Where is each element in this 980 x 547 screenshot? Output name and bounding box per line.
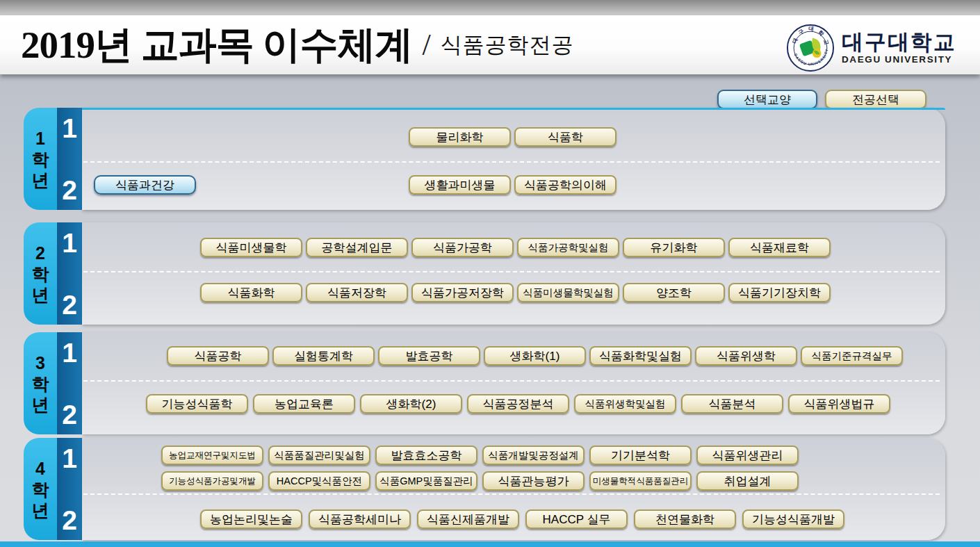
course-button[interactable]: 식품과건강 bbox=[94, 175, 196, 195]
course-button[interactable]: 식품화학 bbox=[200, 283, 302, 302]
course-button[interactable]: 식품가공학 bbox=[411, 238, 514, 257]
course-button[interactable]: 취업설계 bbox=[696, 471, 799, 491]
course-button[interactable]: 기능성식품가공및개발 bbox=[161, 471, 263, 491]
course-button[interactable]: 식품위생관리 bbox=[696, 446, 799, 465]
course-button[interactable]: 생화학(1) bbox=[484, 346, 586, 366]
course-button[interactable]: 식품가공저장학 bbox=[411, 283, 514, 302]
course-row-year1-s2: 식품과건강생활과미생물식품공학의이해 bbox=[82, 175, 945, 195]
legend-elective-liberal[interactable]: 선택교양 bbox=[717, 90, 817, 109]
semester-column-year4: 12 bbox=[57, 438, 82, 540]
logo-name-korean: 대구대학교 bbox=[842, 31, 956, 54]
course-row-year4-s2: 농업논리및논술식품공학세미나식품신제품개발HACCP 실무천연물화학기능성식품개… bbox=[82, 509, 945, 529]
year-body-year2: 식품미생물학공학설계입문식품가공학식품가공학및실험유기화학식품재료학식품화학식품… bbox=[82, 222, 945, 325]
course-button[interactable]: 생활과미생물 bbox=[409, 175, 511, 195]
semester-2-label: 2 bbox=[57, 175, 82, 206]
year-tab-char: 학 bbox=[32, 373, 49, 394]
year-tab-char: 년 bbox=[32, 500, 49, 521]
course-button[interactable]: 식품기준규격실무 bbox=[801, 346, 903, 366]
year-tab-char: 4 bbox=[35, 458, 45, 479]
year-panel-year3: 3학년12식품공학실험통계학발효공학생화학(1)식품화학및실험식품위생학식품기준… bbox=[24, 332, 945, 434]
course-button[interactable]: 식품저장학 bbox=[306, 283, 408, 302]
course-button[interactable]: 식품미생물학및실험 bbox=[517, 283, 619, 302]
page-title-separator: / bbox=[423, 27, 431, 63]
course-button[interactable]: 유기화학 bbox=[623, 238, 725, 257]
year-panel-year1: 1학년12물리화학식품학식품과건강생활과미생물식품공학의이해 bbox=[24, 108, 945, 210]
year-tab-char: 1 bbox=[35, 128, 45, 149]
semester-divider bbox=[83, 271, 940, 272]
course-button[interactable]: 실험통계학 bbox=[272, 346, 375, 366]
course-button[interactable]: 식품분석 bbox=[681, 394, 783, 414]
course-button[interactable]: 식품개발및공정설계 bbox=[482, 446, 585, 465]
course-button[interactable]: 식품GMP및품질관리 bbox=[375, 471, 477, 491]
course-button[interactable]: 식품기기장치학 bbox=[728, 283, 831, 302]
year-tab-char: 학 bbox=[32, 263, 49, 284]
year-tab-year1: 1학년 bbox=[24, 108, 57, 210]
course-button[interactable]: HACCP 실무 bbox=[525, 509, 628, 529]
course-row-year2-s2: 식품화학식품저장학식품가공저장학식품미생물학및실험양조학식품기기장치학 bbox=[82, 283, 945, 302]
year-tab-char: 2 bbox=[35, 243, 45, 263]
semester-column-year1: 12 bbox=[57, 108, 82, 210]
year-tab-char: 년 bbox=[32, 394, 49, 415]
course-row-year3-s2: 기능성식품학농업교육론생화학(2)식품공정분석식품위생학및실험식품분석식품위생법… bbox=[82, 394, 945, 414]
course-button[interactable]: 식품신제품개발 bbox=[417, 509, 519, 529]
semester-1-label: 1 bbox=[57, 338, 82, 368]
semester-2-label: 2 bbox=[57, 505, 82, 536]
bottom-accent-bar bbox=[0, 541, 980, 547]
course-button[interactable]: 식품품질관리및실험 bbox=[268, 446, 370, 465]
course-button[interactable]: 식품공학의이해 bbox=[514, 175, 616, 195]
year-tab-char: 학 bbox=[32, 149, 49, 170]
semester-1-label: 1 bbox=[57, 228, 82, 259]
course-button[interactable]: 식품위생학및실험 bbox=[574, 394, 676, 414]
course-button[interactable]: 기기분석학 bbox=[589, 446, 692, 465]
course-button[interactable]: 식품관능평가 bbox=[482, 471, 585, 491]
semester-column-year2: 12 bbox=[57, 222, 82, 325]
course-button[interactable]: 식품가공학및실험 bbox=[517, 238, 619, 257]
year-tab-year4: 4학년 bbox=[24, 438, 57, 540]
course-button[interactable]: 식품공학세미나 bbox=[309, 509, 411, 529]
course-button[interactable]: 식품학 bbox=[514, 127, 616, 147]
course-row-year3-s1: 식품공학실험통계학발효공학생화학(1)식품화학및실험식품위생학식품기준규격실무 bbox=[82, 346, 945, 366]
course-button[interactable]: 발효효소공학 bbox=[375, 446, 477, 465]
semester-1-label: 1 bbox=[57, 443, 82, 474]
course-button[interactable]: 식품공정분석 bbox=[467, 394, 569, 414]
course-button[interactable]: 공학설계입문 bbox=[306, 238, 408, 257]
legend-major-elective[interactable]: 전공선택 bbox=[825, 90, 926, 109]
course-button[interactable]: 식품미생물학 bbox=[200, 238, 302, 257]
course-row-year2-s1: 식품미생물학공학설계입문식품가공학식품가공학및실험유기화학식품재료학 bbox=[82, 238, 945, 257]
course-button[interactable]: 농업교재연구및지도법 bbox=[161, 446, 263, 465]
year-body-year4: 농업교재연구및지도법식품품질관리및실험발효효소공학식품개발및공정설계기기분석학식… bbox=[82, 438, 945, 540]
year-tab-char: 년 bbox=[32, 284, 49, 305]
course-button[interactable]: 물리화학 bbox=[409, 127, 511, 147]
course-button[interactable]: 생화학(2) bbox=[360, 394, 462, 414]
page-title-major: 식품공학전공 bbox=[441, 31, 574, 60]
semester-2-label: 2 bbox=[57, 290, 82, 320]
semester-divider bbox=[83, 493, 940, 495]
page-title: 2019년 교과목 이수체계 / 식품공학전공 bbox=[21, 15, 574, 74]
course-button[interactable]: 식품공학 bbox=[167, 346, 269, 366]
logo-text: 대구대학교 DAEGU UNIVERSITY bbox=[842, 31, 956, 65]
course-button[interactable]: 천연물화학 bbox=[634, 509, 736, 529]
course-button[interactable]: 식품위생법규 bbox=[788, 394, 890, 414]
top-gray-strip bbox=[0, 0, 980, 15]
course-button[interactable]: 미생물학적식품품질관리 bbox=[589, 471, 692, 491]
course-row-year4-s1b: 기능성식품가공및개발HACCP및식품안전식품GMP및품질관리식품관능평가미생물학… bbox=[82, 471, 945, 491]
year-tab-year2: 2학년 bbox=[24, 222, 57, 325]
year-panel-year4: 4학년12농업교재연구및지도법식품품질관리및실험발효효소공학식품개발및공정설계기… bbox=[24, 438, 945, 540]
course-button[interactable]: 기능성식품학 bbox=[146, 394, 248, 414]
course-button[interactable]: 기능성식품개발 bbox=[742, 509, 844, 529]
year-tab-char: 학 bbox=[32, 479, 49, 500]
semester-divider bbox=[83, 161, 940, 163]
course-row-year4-s1a: 농업교재연구및지도법식품품질관리및실험발효효소공학식품개발및공정설계기기분석학식… bbox=[82, 446, 945, 465]
course-button[interactable]: 식품화학및실험 bbox=[589, 346, 692, 366]
course-button[interactable]: 식품재료학 bbox=[728, 238, 831, 257]
course-button[interactable]: 식품위생학 bbox=[695, 346, 797, 366]
course-button[interactable]: 양조학 bbox=[623, 283, 725, 302]
course-button[interactable]: 농업논리및논술 bbox=[200, 509, 302, 529]
course-button[interactable]: 농업교육론 bbox=[253, 394, 355, 414]
course-button[interactable]: 발효공학 bbox=[378, 346, 480, 366]
year-body-year1: 물리화학식품학식품과건강생활과미생물식품공학의이해 bbox=[82, 108, 945, 210]
year-tab-year3: 3학년 bbox=[24, 332, 57, 434]
semester-column-year3: 12 bbox=[57, 332, 82, 434]
course-button[interactable]: HACCP및식품안전 bbox=[268, 471, 370, 491]
year-tab-char: 3 bbox=[35, 352, 45, 373]
